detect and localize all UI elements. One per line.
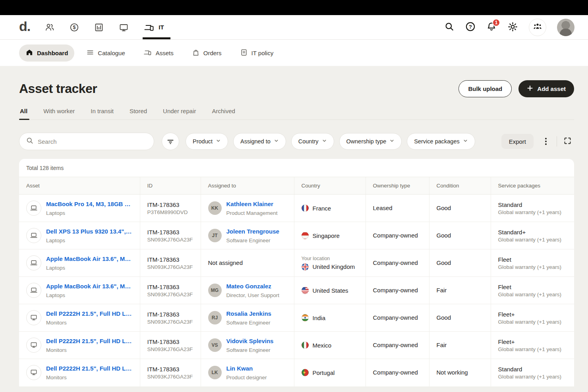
package-detail: Global warranty (+1 years) (498, 319, 567, 325)
search-input[interactable] (38, 138, 147, 145)
asset-name-link[interactable]: Dell P2222H 21.5", Full HD LE... (46, 338, 133, 344)
module-analytics-button[interactable] (94, 15, 104, 39)
tab-stored[interactable]: Stored (129, 108, 148, 120)
country-name: India (313, 315, 326, 321)
ownership-type: Company-owned (373, 314, 418, 321)
asset-name-link[interactable]: Apple MacBook Air 13.6", M2... (46, 255, 133, 262)
tab-all[interactable]: All (19, 108, 28, 120)
table-row[interactable]: Dell XPS 13 Plus 9320 13.4", i...Laptops… (19, 222, 574, 249)
export-button[interactable]: Export (501, 134, 534, 149)
assignee-link[interactable]: Joleen Trengrouse (226, 228, 279, 235)
asset-name-link[interactable]: Dell XPS 13 Plus 9320 13.4", i... (46, 228, 133, 235)
asset-name-link[interactable]: Dell P2222H 21.5", Full HD LE... (46, 310, 133, 317)
table-row[interactable]: MacBook Pro 14, M3, 18GB R...LaptopsITM-… (19, 195, 574, 222)
filter-chip-country[interactable]: Country (291, 133, 334, 150)
home-icon (25, 48, 33, 58)
search-button[interactable] (444, 21, 455, 33)
notification-badge: 1 (492, 19, 500, 27)
chip-label: Service packages (414, 138, 459, 145)
chip-label: Ownership type (346, 138, 387, 145)
subnav-item-catalogue[interactable]: Catalogue (80, 44, 131, 62)
monitor-icon (26, 365, 41, 380)
assignee-link[interactable]: Vidovik Splevins (226, 338, 274, 344)
section-navigation: DashboardCatalogueAssetsOrdersIT policy (0, 40, 588, 66)
expand-icon (563, 137, 572, 146)
ownership-cell: Company-owned (366, 222, 429, 249)
ownership-type: Company-owned (373, 287, 418, 294)
us-flag-icon (302, 287, 309, 294)
search-box[interactable] (19, 133, 154, 150)
condition-value: Good (437, 259, 451, 266)
ownership-cell: Company-owned (366, 277, 429, 304)
assignee-link[interactable]: Rosalia Jenkins (226, 310, 271, 317)
asset-name-link[interactable]: Dell P2222H 21.5", Full HD LE... (46, 365, 133, 372)
help-button[interactable]: ? (465, 21, 476, 33)
subnav-item-orders[interactable]: Orders (186, 44, 228, 62)
table-row[interactable]: Apple MacBook Air 13.6", M2...LaptopsITM… (19, 249, 574, 277)
service-package-cell: StandardGlobal warranty (+1 years) (491, 359, 574, 386)
subnav-item-it-policy[interactable]: IT policy (234, 44, 280, 62)
condition-cell: Good (429, 195, 491, 222)
team-switcher-button[interactable] (529, 19, 546, 36)
asset-category: Monitors (46, 347, 133, 353)
tab-in-transit[interactable]: In transit (90, 108, 114, 120)
table-row[interactable]: Dell P2222H 21.5", Full HD LE...Monitors… (19, 332, 574, 359)
country-name: Singapore (313, 232, 340, 239)
add-asset-button[interactable]: Add asset (518, 80, 574, 97)
page-header: Asset tracker Bulk upload Add asset (0, 66, 588, 97)
id-cell: ITM-178363SN093KJ76GA23F (140, 222, 201, 249)
asset-cell: Apple MacBook Air 13.6", M2...Laptops (19, 249, 140, 277)
module-people-button[interactable] (44, 15, 55, 39)
table-row[interactable]: Dell P2222H 21.5", Full HD LE...Monitors… (19, 359, 574, 386)
asset-category: Laptops (46, 210, 133, 216)
chevron-down-icon (216, 138, 221, 145)
tab-under-repair[interactable]: Under repair (162, 108, 197, 120)
page-title: Asset tracker (19, 81, 97, 96)
assignee-link[interactable]: Mateo Gonzalez (226, 283, 271, 290)
module-payroll-button[interactable]: $ (69, 15, 79, 39)
filter-chip-product[interactable]: Product (186, 133, 228, 150)
condition-cell: Good (429, 249, 491, 277)
table-row[interactable]: Apple MacBook Air 13.6", M2...LaptopsITM… (19, 277, 574, 304)
asset-serial: SN093KJ76GA23F (147, 237, 193, 243)
condition-value: Fair (437, 287, 447, 294)
ownership-type: Company-owned (373, 259, 418, 266)
asset-cell: MacBook Pro 14, M3, 18GB R...Laptops (19, 195, 140, 222)
tab-archived[interactable]: Archived (211, 108, 236, 120)
bulk-upload-button[interactable]: Bulk upload (458, 80, 512, 97)
filter-chip-ownership-type[interactable]: Ownership type (339, 133, 402, 150)
assignee-role: Software Engineer (226, 347, 274, 353)
deel-logo[interactable]: d. (19, 19, 30, 35)
gb-flag-icon (302, 263, 309, 270)
not-assigned-label: Not assigned (208, 259, 243, 266)
service-package-cell: Fleet+Global warranty (+1 years) (491, 304, 574, 332)
chevron-down-icon (322, 138, 327, 145)
assignee-link[interactable]: Kathleen Klainer (226, 201, 273, 207)
chip-label: Assigned to (240, 138, 271, 145)
notifications-button[interactable]: 1 (486, 21, 497, 33)
module-monitor-button[interactable] (118, 15, 129, 39)
assignee-avatar: JT (208, 229, 222, 242)
table-row[interactable]: Dell P2222H 21.5", Full HD LE...Monitors… (19, 304, 574, 332)
assignee-link[interactable]: Lin Kwan (226, 365, 253, 372)
top-navigation: d. $ (0, 15, 588, 40)
filter-lines-icon (166, 137, 174, 146)
filter-settings-button[interactable] (162, 133, 179, 150)
svg-text:$: $ (73, 25, 76, 30)
fullscreen-button[interactable] (561, 137, 574, 146)
package-name: Fleet (498, 256, 567, 263)
tab-with-worker[interactable]: With worker (43, 108, 75, 120)
package-detail: Global warranty (+1 years) (498, 346, 567, 352)
subnav-item-dashboard[interactable]: Dashboard (19, 44, 74, 62)
ownership-cell: Company-owned (366, 249, 429, 277)
filter-chip-service-packages[interactable]: Service packages (407, 133, 475, 150)
settings-button[interactable] (507, 21, 518, 33)
subnav-item-assets[interactable]: Assets (137, 44, 180, 62)
asset-name-link[interactable]: Apple MacBook Air 13.6", M2... (46, 283, 133, 290)
condition-cell: Fair (429, 277, 491, 304)
asset-name-link[interactable]: MacBook Pro 14, M3, 18GB R... (46, 201, 133, 207)
more-options-button[interactable] (539, 138, 553, 145)
user-avatar[interactable] (557, 19, 574, 36)
module-it-button[interactable]: IT (143, 15, 164, 39)
filter-chip-assigned-to[interactable]: Assigned to (233, 133, 286, 150)
